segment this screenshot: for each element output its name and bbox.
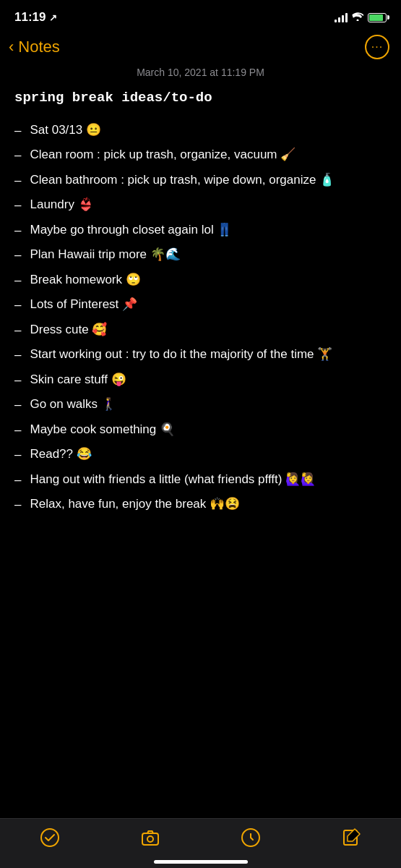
back-chevron-icon: ‹ [9, 38, 14, 56]
list-item: –Maybe cook something 🍳 [14, 420, 387, 440]
battery-icon [368, 13, 387, 22]
list-item: –Clean bathroom : pick up trash, wipe do… [14, 171, 387, 190]
dash-icon: – [14, 471, 21, 490]
back-label: Notes [18, 38, 59, 56]
list-item: –Plan Hawaii trip more 🌴🌊 [14, 245, 387, 265]
dash-icon: – [14, 296, 21, 315]
dash-icon: – [14, 221, 21, 240]
more-options-button[interactable]: ··· [365, 35, 389, 59]
svg-point-0 [41, 829, 59, 846]
wifi-icon [352, 12, 363, 23]
list-item: –Maybe go through closet again lol 👖 [14, 221, 387, 240]
note-date: March 10, 2021 at 11:19 PM [14, 67, 387, 78]
svg-rect-1 [142, 833, 158, 845]
list-item: –Laundry 👙 [14, 195, 387, 215]
svg-point-2 [147, 836, 153, 842]
status-bar: 11:19 ↗ [0, 0, 401, 32]
list-item: –Read?? 😂 [14, 445, 387, 464]
dash-icon: – [14, 421, 21, 440]
location-arrow-icon: ↗ [49, 12, 57, 23]
status-time: 11:19 ↗ [14, 10, 57, 25]
dash-icon: – [14, 446, 21, 464]
list-item: –Break homework 🙄 [14, 271, 387, 290]
list-item: –Relax, have fun, enjoy the break 🙌😫 [14, 495, 387, 514]
dash-icon: – [14, 346, 21, 365]
list-item: –Hang out with friends a little (what fr… [14, 470, 387, 490]
pencil-button[interactable] [241, 827, 261, 848]
dash-icon: – [14, 171, 21, 190]
list-item: –Skin care stuff 😜 [14, 370, 387, 390]
dash-icon: – [14, 271, 21, 290]
dash-icon: – [14, 396, 21, 414]
note-list: –Sat 03/13 😐–Clean room : pick up trash,… [14, 121, 387, 514]
time-display: 11:19 [14, 10, 46, 25]
status-icons [335, 12, 387, 23]
dash-icon: – [14, 495, 21, 514]
svg-point-4 [250, 833, 251, 835]
signal-icon [335, 12, 348, 22]
back-button[interactable]: ‹ Notes [9, 38, 60, 56]
list-item: –Dress cute 🥰 [14, 320, 387, 340]
list-item: –Lots of Pinterest 📌 [14, 295, 387, 315]
note-title: spring break ideas/to-do [14, 88, 387, 108]
dash-icon: – [14, 122, 21, 140]
more-dots-icon: ··· [371, 41, 383, 53]
compose-button[interactable] [341, 827, 361, 848]
checklist-button[interactable] [40, 827, 60, 848]
camera-button[interactable] [140, 827, 160, 848]
list-item: –Start working out : try to do it the ma… [14, 345, 387, 365]
list-item: –Go on walks 🚶‍♀️ [14, 395, 387, 414]
nav-bar: ‹ Notes ··· [0, 32, 401, 67]
list-item: –Sat 03/13 😐 [14, 121, 387, 140]
note-content: March 10, 2021 at 11:19 PM spring break … [0, 67, 401, 535]
list-item: –Clean room : pick up trash, organize, v… [14, 145, 387, 165]
dash-icon: – [14, 196, 21, 215]
dash-icon: – [14, 146, 21, 165]
dash-icon: – [14, 246, 21, 265]
dash-icon: – [14, 321, 21, 340]
dash-icon: – [14, 371, 21, 390]
home-indicator [154, 860, 248, 864]
